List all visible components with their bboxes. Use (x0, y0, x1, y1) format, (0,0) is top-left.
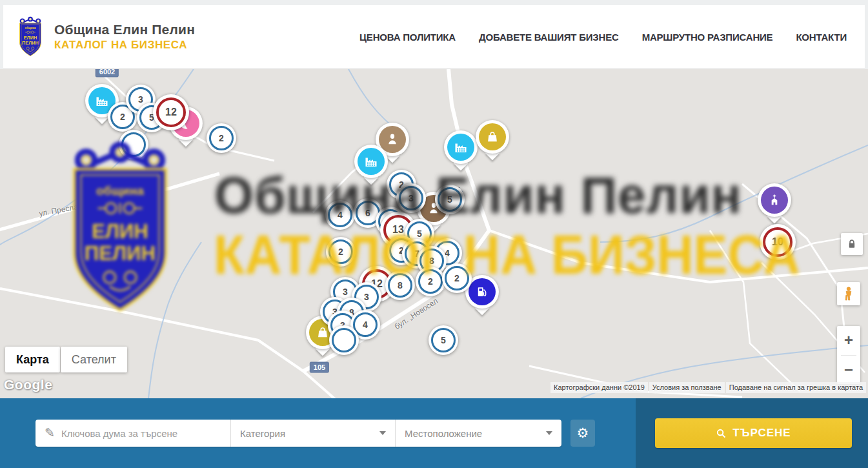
search-bar: ✎ Категория Местоположение ⚙ ТЪРСЕНЕ (0, 398, 868, 468)
map-cluster[interactable]: 2 (207, 123, 236, 153)
map-canvas[interactable]: 6002105ул. Преславбул. „Новоселции" 2351… (0, 69, 868, 398)
street-view-pegman-button[interactable] (837, 282, 860, 305)
map-pin-factory[interactable] (354, 145, 388, 178)
search-icon (716, 428, 727, 439)
brand-text: Община Елин Пелин КАТАЛОГ НА БИЗНЕСА (54, 22, 195, 52)
advanced-search-button[interactable]: ⚙ (570, 420, 595, 447)
map-pin-bag[interactable] (476, 120, 509, 154)
cluster-count (332, 328, 356, 352)
map-pin-church[interactable] (758, 183, 791, 217)
map-type-satellite-button[interactable]: Сателит (61, 347, 127, 372)
keyword-section: ✎ (35, 420, 230, 447)
cluster-count: 3 (399, 186, 423, 210)
cluster-count: 2 (418, 269, 443, 294)
map-pin-factory[interactable] (444, 130, 478, 164)
map-type-control: Карта Сателит (5, 347, 127, 372)
church-icon (761, 187, 788, 214)
header: община ЕЛИН ПЕЛИН Община Елин Пелин КАТА… (3, 5, 865, 69)
map-cluster[interactable]: 8 (385, 270, 415, 300)
brand[interactable]: община ЕЛИН ПЕЛИН Община Елин Пелин КАТА… (3, 15, 195, 59)
chevron-down-icon (546, 431, 552, 435)
map-attribution: Картографски данни ©2019Условия за ползв… (550, 382, 866, 393)
search-input-group: ✎ Категория Местоположение (35, 420, 561, 447)
svg-text:ПЕЛИН: ПЕЛИН (22, 40, 39, 46)
cluster-count: 10 (763, 227, 792, 257)
site-title: Община Елин Пелин (54, 22, 195, 37)
cluster-count: 8 (388, 273, 412, 298)
map-cluster[interactable]: 5 (435, 185, 465, 214)
municipality-crest-logo: община ЕЛИН ПЕЛИН (14, 16, 46, 59)
map-cluster[interactable]: 4 (325, 200, 355, 230)
map-cluster[interactable] (329, 325, 359, 355)
svg-text:община: община (25, 26, 36, 30)
chevron-down-icon (379, 431, 386, 435)
fuel-icon (469, 278, 496, 305)
map-cluster[interactable]: 12 (153, 94, 189, 130)
lock-icon (845, 238, 858, 250)
site-subtitle: КАТАЛОГ НА БИЗНЕСА (54, 39, 195, 52)
cluster-count: 2 (445, 266, 469, 290)
map-cluster[interactable]: 2 (442, 263, 472, 293)
zoom-out-button[interactable]: − (837, 356, 860, 385)
search-button-label: ТЪРСЕНЕ (732, 427, 791, 440)
gear-icon: ⚙ (577, 425, 589, 441)
cluster-count: 2 (209, 126, 234, 150)
cluster-count: 2 (328, 239, 353, 264)
category-dropdown-label: Категория (240, 428, 285, 439)
nav-item-3[interactable]: КОНТАКТИ (796, 32, 847, 43)
cluster-count: 4 (328, 203, 352, 227)
main-nav: ЦЕНОВА ПОЛИТИКАДОБАВЕТЕ ВАШИЯТ БИЗНЕСМАР… (359, 32, 865, 43)
nav-item-0[interactable]: ЦЕНОВА ПОЛИТИКА (359, 32, 456, 43)
map-cluster[interactable]: 2 (416, 267, 445, 296)
attribution-terms[interactable]: Условия за ползване (649, 382, 725, 393)
factory-icon (447, 134, 474, 161)
lock-button[interactable] (841, 233, 863, 255)
location-dropdown-label: Местоположение (405, 428, 482, 439)
pencil-icon: ✎ (45, 425, 55, 440)
cluster-count (121, 132, 146, 157)
map-cluster[interactable]: 3 (396, 183, 426, 213)
pegman-icon (841, 285, 856, 302)
map-cluster[interactable]: 2 (326, 237, 356, 267)
marker-layer: 2351222354671352274812822333834510 (0, 69, 868, 398)
cluster-count: 5 (431, 328, 456, 352)
search-button[interactable]: ТЪРСЕНЕ (655, 418, 852, 448)
map-cluster[interactable] (119, 130, 148, 159)
keyword-search-input[interactable] (61, 428, 230, 439)
cluster-count: 12 (156, 97, 186, 127)
cluster-count: 5 (438, 187, 462, 212)
svg-text:ЕЛИН: ЕЛИН (24, 35, 37, 41)
bag-icon (479, 123, 506, 150)
nav-item-1[interactable]: ДОБАВЕТЕ ВАШИЯТ БИЗНЕС (479, 32, 619, 43)
factory-icon (358, 148, 385, 175)
nav-item-2[interactable]: МАРШРУТНО РАЗПИСАНИЕ (642, 32, 773, 43)
attribution-report[interactable]: Подаване на сигнал за грешка в картата (726, 382, 866, 393)
google-logo[interactable]: Google (4, 377, 52, 392)
map-cluster[interactable]: 5 (429, 325, 458, 355)
map-type-map-button[interactable]: Карта (5, 347, 60, 372)
location-dropdown[interactable]: Местоположение (396, 420, 561, 447)
attribution-copyright: Картографски данни ©2019 (550, 382, 648, 393)
zoom-control: + − (837, 326, 860, 384)
map-cluster[interactable]: 10 (760, 224, 796, 260)
zoom-in-button[interactable]: + (837, 326, 860, 355)
category-dropdown[interactable]: Категория (231, 420, 395, 447)
